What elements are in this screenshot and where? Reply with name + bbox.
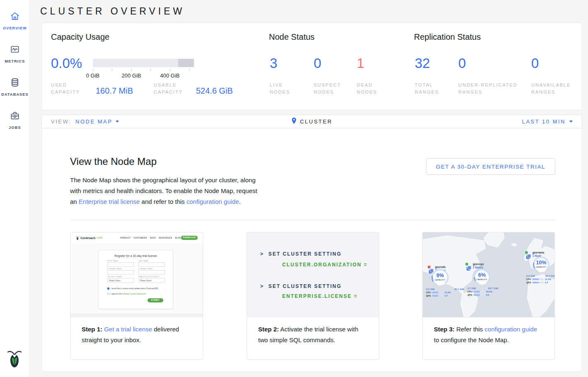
dead-nodes-label: DEADNODES [357,82,377,96]
nodes-icon [526,254,531,259]
suspect-nodes-label: SUSPECTNODES [314,82,341,96]
usable-capacity-label: USABLECAPACITY [154,82,183,96]
capacity-bar-nonusable-segment [178,59,194,67]
unavailable-ranges-label: UNAVAILABLERANGES [531,82,571,96]
sidebar-item-label: OVERVIEW [3,26,27,30]
capacity-axis-tick: 400 GiB [155,72,184,79]
capacity-gauge: 9% CAPACITY [431,268,450,287]
node-map-panel: View the Node Map The Node Map shows the… [41,128,582,372]
get-enterprise-trial-button[interactable]: GET A 30-DAY ENTERPRISE TRIAL [426,158,555,175]
under-replicated-ranges-value: 0 [458,56,466,71]
enterprise-trial-license-link[interactable]: Enterprise trial license [79,198,140,205]
capacity-axis-tick: 0 GiB [78,72,107,79]
step2-card: > SET CLUSTER SETTING CLUSTER.ORGANIZATI… [247,232,379,360]
trial-registration-form: Register for a 30-day trial license FIRS… [98,250,173,309]
configuration-guide-link[interactable]: configuration guide [485,326,537,333]
used-capacity-value: 160.7 MiB [96,86,133,96]
sidebar-item-overview[interactable]: OVERVIEW [0,5,30,36]
used-capacity-label: USEDCAPACITY [51,82,80,96]
sidebar-item-metrics[interactable]: METRICS [0,38,30,69]
node-status-title: Node Status [269,32,315,42]
node-map-heading: View the Node Map [70,156,157,167]
locality-widget-ams[interactable]: geo=ams 1 Node 10% CAPACITY 3.6 GiB 36.4… [524,232,554,299]
trial-registration-screenshot: CockroachLABS PRODUCTCUSTOMERSDOCSRESOUR… [70,232,203,317]
mini-download-button: DOWNLOAD [181,236,198,240]
capacity-usage-bar [93,59,194,67]
view-toolbar: VIEW: NODE MAP CLUSTER LAST 10 MIN [41,115,582,128]
total-ranges-label: TOTALRANGES [415,82,439,96]
cockroachdb-logo [7,349,22,368]
chevron-down-icon [569,121,573,123]
suspect-nodes-value: 0 [314,56,321,71]
live-nodes-value: 3 [270,56,277,71]
sidebar: OVERVIEW METRICS DATABASES JOBS [0,0,30,377]
step2-caption: Step 2: Activate the trial license with … [247,317,379,359]
get-trial-license-link[interactable]: Get a trial license [104,326,152,333]
time-range-dropdown[interactable]: LAST 10 MIN [522,118,573,125]
node-map-preview: geo=sfo 2 Nodes 9% CAPACITY 3.2 GiB 35.1… [423,232,554,317]
database-icon [10,77,20,89]
sql-commands-snippet: > SET CLUSTER SETTING CLUSTER.ORGANIZATI… [247,232,379,317]
metrics-chart-icon [10,44,20,56]
cockroach-labs-mini-logo: CockroachLABS [76,236,103,240]
capacity-usage-title: Capacity Usage [51,32,109,42]
capacity-gauge: 6% CAPACITY [473,268,491,286]
node-map-description: The Node Map shows the geographical layo… [70,175,265,207]
locality-widget-nyc[interactable]: geo=nyc 2 Nodes 6% CAPACITY 3.7 GiB 63.7… [462,232,512,299]
usable-capacity-value: 524.6 GiB [196,86,233,96]
breadcrumb-cluster[interactable]: CLUSTER [300,118,332,125]
nodes-icon [466,265,472,271]
dead-nodes-value: 1 [357,56,364,71]
cluster-summary-card: Capacity Usage 0.0% 0 GiB 200 GiB 400 Gi… [41,23,582,110]
live-nodes-label: LIVENODES [270,82,290,96]
capacity-used-percent: 0.0% [51,56,82,71]
page-title: CLUSTER OVERVIEW [40,6,185,17]
sidebar-item-label: JOBS [9,126,21,130]
sidebar-item-jobs[interactable]: JOBS [0,104,30,135]
section-divider [70,220,555,220]
sidebar-item-label: DATABASES [1,92,28,97]
briefcase-icon [10,110,20,123]
cluster-overview-page: OVERVIEW METRICS DATABASES JOBS [0,0,588,377]
configuration-guide-link[interactable]: configuration guide [186,198,239,205]
unavailable-ranges-value: 0 [531,56,539,71]
step3-caption: Step 3: Refer this configuration guide t… [423,317,554,359]
capacity-axis-tick: 200 GiB [117,72,146,79]
home-icon [10,11,20,23]
step3-card: geo=sfo 2 Nodes 9% CAPACITY 3.2 GiB 35.1… [422,232,555,360]
capacity-gauge: 10% CAPACITY [532,256,550,274]
mini-site-nav: PRODUCTCUSTOMERSDOCSRESOURCESBLOG [120,237,181,239]
sidebar-item-label: METRICS [5,59,25,63]
total-ranges-value: 32 [415,56,430,71]
map-pin-icon [291,117,297,126]
step1-card: CockroachLABS PRODUCTCUSTOMERSDOCSRESOUR… [70,232,203,360]
under-replicated-ranges-label: UNDER-REPLICATEDRANGES [458,82,518,96]
sidebar-item-databases[interactable]: DATABASES [0,71,30,102]
step1-caption: Step 1: Get a trial license delivered st… [70,317,203,359]
replication-status-title: Replication Status [414,32,481,42]
